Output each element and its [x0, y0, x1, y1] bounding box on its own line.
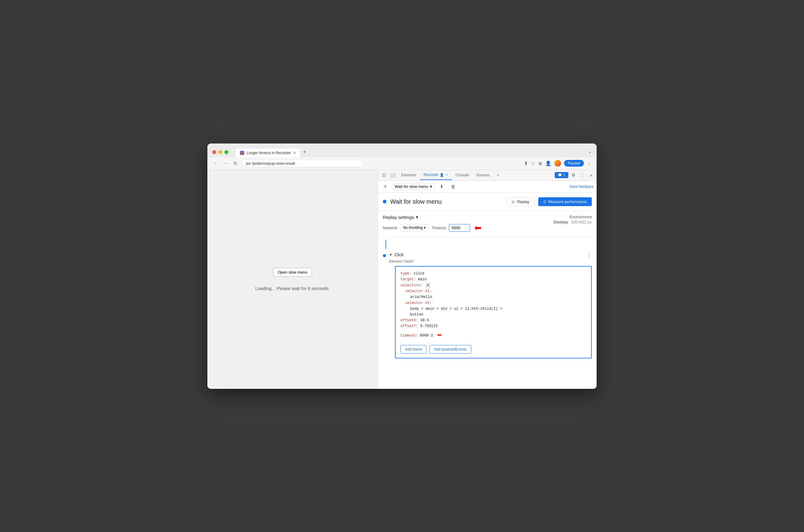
tab-close-button[interactable]: × — [293, 151, 296, 155]
timeout-value-red-arrow: ⬅ — [437, 329, 442, 342]
play-icon: ▷ — [512, 200, 515, 204]
tab-title: Longer timeout in Recorder — [247, 151, 291, 155]
network-label: Network — [383, 226, 397, 230]
tab-sources[interactable]: Sources — [472, 171, 493, 180]
add-recording-button[interactable]: + — [381, 183, 390, 190]
step-type-label: Click — [394, 252, 404, 257]
click-step: ▼ Click ⋮ Element "Hello" type: click ta… — [378, 249, 597, 361]
recording-status-dot — [383, 200, 387, 203]
inspect-icon[interactable]: ⊡ — [380, 171, 388, 179]
step-indicator-dot — [383, 254, 386, 257]
replay-settings-title: Replay settings — [383, 215, 414, 220]
devtools-menu-icon[interactable]: ⋮ — [578, 171, 586, 179]
timeout-label: Timeout — [431, 226, 446, 230]
timeout-input[interactable] — [449, 224, 470, 232]
tab-favicon — [240, 151, 244, 155]
new-tab-button[interactable]: + — [300, 147, 310, 157]
measure-performance-button[interactable]: ⊙ Measure performance — [538, 197, 592, 206]
network-chevron-icon: ▾ — [424, 226, 426, 230]
tab-elements[interactable]: Elements — [397, 171, 420, 180]
tab-console[interactable]: Console — [452, 171, 472, 180]
step-subtitle: Element "Hello" — [389, 259, 592, 264]
code-target-line: target: main — [400, 277, 586, 282]
step-connector-line — [386, 240, 386, 249]
title-bar: Longer timeout in Recorder × + ⌄ — [207, 144, 597, 157]
forward-button[interactable]: → — [222, 160, 229, 166]
code-timeout-line: timeout: 6000 🗑 ⬅ — [400, 329, 586, 342]
replay-settings-left: Replay settings ▾ Network No throttling … — [383, 215, 541, 233]
maximize-traffic-light[interactable] — [224, 150, 228, 154]
step-line-area — [378, 237, 597, 249]
close-traffic-light[interactable] — [212, 150, 216, 154]
send-feedback-link[interactable]: Send feedback — [569, 185, 594, 189]
environment-section: Environment Desktop 535×622 px — [541, 215, 592, 224]
tab-recorder[interactable]: Recorder 👤 × — [420, 170, 452, 180]
recording-selector[interactable]: Wait for slow menu ▾ — [392, 183, 435, 190]
bookmark-icon[interactable]: ☆ — [531, 160, 535, 166]
paused-button[interactable]: Paused — [564, 160, 584, 167]
code-selector2-line: selector #2: — [405, 300, 586, 306]
replay-title-row: Replay settings ▾ — [383, 215, 541, 220]
add-frame-button[interactable]: Add frame — [400, 345, 426, 354]
timeout-red-arrow: ⬅ — [474, 223, 481, 233]
replay-button[interactable]: ▷ Replay — [507, 197, 534, 206]
network-row: Network No throttling ▾ Timeout ⬅ — [383, 223, 541, 233]
tab-more[interactable]: » — [493, 171, 503, 180]
main-area: Open slow menu Loading... Please wait fo… — [207, 170, 597, 389]
devtools-close-icon[interactable]: × — [588, 171, 594, 179]
code-action-buttons: Add frame Add assertedEvents — [400, 345, 586, 354]
traffic-lights — [212, 150, 228, 154]
tab-bar: Longer timeout in Recorder × + — [236, 147, 585, 157]
address-bar-right: ⬆ ☆ ⊕ 👤 Paused ⋮ — [524, 160, 592, 167]
active-tab[interactable]: Longer timeout in Recorder × — [236, 149, 300, 157]
notification-button[interactable]: 💬 1 — [555, 172, 568, 178]
step-menu-button[interactable]: ⋮ — [586, 251, 592, 258]
share-icon[interactable]: ⬆ — [524, 160, 528, 166]
code-offsetY-line: offsetY: 9.703125 — [400, 323, 586, 329]
address-input[interactable] — [241, 159, 363, 167]
menu-icon[interactable]: ⋮ — [587, 160, 592, 166]
network-throttling-select[interactable]: No throttling ▾ — [400, 224, 429, 231]
recorder-tab-close[interactable]: × — [446, 173, 448, 177]
recording-name: Wait for slow menu — [395, 184, 428, 189]
code-type-line: type: click — [400, 271, 586, 277]
devtools-panel: ⊡ ⬜ Elements Recorder 👤 × Console Source… — [378, 170, 597, 389]
paused-label: Paused — [568, 161, 580, 165]
device-icon[interactable]: ⬜ — [388, 171, 397, 179]
replay-settings-section: Replay settings ▾ Network No throttling … — [378, 211, 597, 237]
user-avatar — [554, 160, 561, 167]
delete-timeout-icon[interactable]: 🗑 — [430, 333, 434, 339]
back-button[interactable]: ← — [212, 160, 220, 166]
open-slow-menu-button[interactable]: Open slow menu — [273, 268, 312, 277]
code-offsetX-line: offsetX: 30.5 — [400, 318, 586, 323]
selector-icon[interactable]: ⊡ — [426, 282, 430, 288]
export-icon[interactable]: ⬆ — [437, 183, 446, 191]
replay-settings-dropdown-icon[interactable]: ▾ — [416, 215, 418, 220]
devtools-tabs-right: 💬 1 ⚙ ⋮ × — [555, 171, 594, 179]
loading-text: Loading... Please wait for 6 seconds. — [255, 286, 330, 291]
profile-icon[interactable]: 👤 — [545, 160, 551, 166]
step-code-block: type: click target: main selectors: ⊡ se… — [395, 266, 592, 359]
minimize-traffic-light[interactable] — [218, 150, 222, 154]
step-header: ▼ Click ⋮ — [389, 251, 592, 258]
step-expand-icon[interactable]: ▼ — [389, 253, 393, 257]
reload-button[interactable]: ↻ — [232, 160, 239, 166]
extensions-icon[interactable]: ⊕ — [538, 160, 542, 166]
recording-steps: ▼ Click ⋮ Element "Hello" type: click ta… — [378, 237, 597, 389]
environment-label: Environment — [554, 215, 592, 219]
address-bar: ← → ↻ ⬆ ☆ ⊕ 👤 Paused ⋮ — [207, 157, 597, 170]
code-selector1-line: selector #1: — [405, 288, 586, 294]
devtools-tabs: ⊡ ⬜ Elements Recorder 👤 × Console Source… — [378, 170, 597, 181]
step-content: ▼ Click ⋮ Element "Hello" type: click ta… — [389, 251, 592, 359]
recording-title: Wait for slow menu — [390, 198, 503, 205]
window-controls-right: ⌄ — [588, 148, 592, 156]
code-selector2-val: body > main > div > ul > li:nth-child(1)… — [410, 306, 586, 312]
environment-value: Desktop 535×622 px — [554, 220, 592, 224]
browser-window: Longer timeout in Recorder × + ⌄ ← → ↻ ⬆… — [207, 144, 597, 389]
add-asserted-events-button[interactable]: Add assertedEvents — [429, 345, 471, 354]
delete-recording-icon[interactable]: 🗑 — [449, 183, 458, 190]
code-selector2-val2: button — [410, 312, 586, 318]
settings-icon[interactable]: ⚙ — [569, 171, 577, 179]
code-selector1-val: aria/Hello — [410, 294, 586, 300]
webpage: Open slow menu Loading... Please wait fo… — [207, 170, 378, 389]
